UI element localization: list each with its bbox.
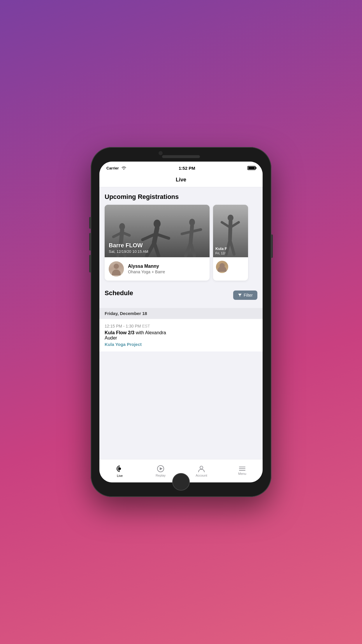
- filter-label: Filter: [244, 293, 253, 298]
- kula-avatar-photo: [216, 261, 228, 273]
- date-header-fri-dec18: Friday, December 18: [99, 308, 263, 319]
- kula-card-time: Fri, 12/: [215, 251, 227, 255]
- instructor-name-alyssa: Alyssa Manny: [128, 264, 205, 269]
- svg-marker-29: [160, 467, 163, 470]
- page-title: Live: [176, 177, 186, 183]
- kula-card-name: Kula F: [215, 246, 227, 251]
- tab-menu-label: Menu: [238, 472, 246, 475]
- barre-scene-bg: Barre FLOW Sat, 12/19/20 10:15 AM: [105, 205, 210, 257]
- class-card-kula[interactable]: Kula F Fri, 12/: [213, 205, 248, 281]
- instructor-studio-alyssa: Ohana Yoga + Barre: [128, 270, 205, 274]
- wifi-icon: [121, 166, 126, 170]
- account-person-icon: [198, 465, 205, 473]
- class-instructor-name: Auder: [105, 335, 257, 341]
- class-card-barre-flow[interactable]: Barre FLOW Sat, 12/19/20 10:15 AM Alyssa…: [105, 205, 210, 281]
- card-overlay: Barre FLOW Sat, 12/19/20 10:15 AM: [109, 242, 148, 254]
- card-image-barre: Barre FLOW Sat, 12/19/20 10:15 AM: [105, 205, 210, 257]
- status-right: [247, 166, 256, 170]
- phone-device: Carrier 1:52 PM Live Upcoming Re: [91, 147, 271, 497]
- svg-point-30: [200, 466, 203, 469]
- kula-card-instructor-row: [213, 257, 248, 276]
- replay-icon: [157, 465, 164, 473]
- date-label: Friday, December 18: [105, 311, 147, 316]
- svg-line-23: [230, 221, 231, 240]
- battery-icon: [247, 166, 256, 170]
- card-image-kula: Kula F Fri, 12/: [213, 205, 248, 257]
- battery-fill: [248, 167, 255, 169]
- power-button[interactable]: [271, 235, 273, 258]
- screen: Carrier 1:52 PM Live Upcoming Re: [99, 162, 263, 482]
- avatar-photo-alyssa: [109, 261, 124, 276]
- tab-account-label: Account: [196, 474, 207, 477]
- class-instructor-with: with Alexandra: [136, 330, 166, 335]
- card-instructor-row: Alyssa Manny Ohana Yoga + Barre: [105, 257, 210, 281]
- tab-menu[interactable]: Menu: [222, 459, 263, 482]
- kula-scene-bg: Kula F Fri, 12/: [213, 205, 248, 257]
- class-timezone: EST: [142, 324, 150, 328]
- svg-line-15: [191, 226, 192, 243]
- class-studio: Kula Yoga Project: [105, 342, 257, 347]
- live-icon: [116, 465, 124, 473]
- status-left: Carrier: [106, 166, 126, 170]
- class-name: Kula Flow 2/3: [105, 330, 134, 335]
- account-icon: [198, 465, 205, 473]
- tab-replay-label: Replay: [156, 474, 166, 477]
- home-button[interactable]: [172, 473, 190, 491]
- menu-line-2: [239, 468, 245, 469]
- kula-instructor-avatar: [216, 261, 228, 273]
- class-time-range: 12:15 PM - 1:30 PM: [105, 324, 142, 328]
- instructor-avatar-alyssa: [109, 261, 124, 276]
- class-time: 12:15 PM - 1:30 PM EST: [105, 324, 257, 328]
- card-class-time-barre: Sat, 12/19/20 10:15 AM: [109, 249, 148, 254]
- live-signal-icon: [116, 465, 123, 472]
- filter-button[interactable]: Filter: [233, 290, 257, 300]
- class-list-item[interactable]: 12:15 PM - 1:30 PM EST Kula Flow 2/3 wit…: [99, 319, 263, 351]
- filter-icon: [238, 293, 242, 297]
- menu-line-3: [239, 470, 245, 471]
- class-cards-row: Barre FLOW Sat, 12/19/20 10:15 AM Alyssa…: [105, 205, 257, 281]
- upcoming-section-title: Upcoming Registrations: [105, 193, 257, 201]
- instructor-info: Alyssa Manny Ohana Yoga + Barre: [128, 264, 205, 274]
- menu-line-1: [239, 467, 245, 467]
- tab-live-label: Live: [117, 474, 123, 477]
- volume-down-button[interactable]: [89, 255, 91, 272]
- mute-button[interactable]: [89, 217, 91, 229]
- volume-up-button[interactable]: [89, 233, 91, 251]
- class-name-row: Kula Flow 2/3 with Alexandra: [105, 330, 257, 335]
- schedule-section: Schedule Filter: [99, 284, 263, 308]
- carrier-label: Carrier: [106, 166, 119, 170]
- kula-card-text: Kula F Fri, 12/: [215, 246, 227, 255]
- schedule-title: Schedule: [105, 289, 133, 297]
- main-content[interactable]: Upcoming Registrations: [99, 187, 263, 459]
- status-bar: Carrier 1:52 PM: [99, 162, 263, 174]
- menu-icon: [239, 467, 245, 471]
- tab-live[interactable]: Live: [99, 459, 140, 482]
- upcoming-registrations-section: Upcoming Registrations: [99, 187, 263, 284]
- card-class-name-barre: Barre FLOW: [109, 242, 148, 249]
- schedule-header: Schedule Filter: [105, 289, 257, 301]
- nav-title-bar: Live: [99, 174, 263, 187]
- status-time: 1:52 PM: [179, 166, 195, 171]
